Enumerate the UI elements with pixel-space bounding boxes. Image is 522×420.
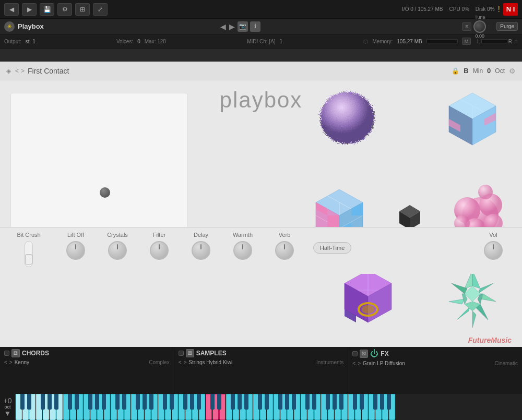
black-key[interactable]: [54, 394, 58, 410]
piano-keyboard[interactable]: +0 oct ▼: [0, 394, 522, 420]
warmth-knob[interactable]: [233, 241, 252, 260]
breadcrumb-settings-icon[interactable]: ⚙: [509, 67, 516, 75]
pan-slider[interactable]: [481, 39, 507, 43]
bit-crush-slider[interactable]: [25, 241, 33, 267]
samples-dice-btn[interactable]: ⚄: [186, 349, 194, 357]
crystals-knob[interactable]: [108, 241, 127, 260]
black-key[interactable]: [360, 394, 364, 410]
half-time-btn[interactable]: Half-Time: [313, 242, 351, 254]
nav-prev-btn[interactable]: ◀: [4, 3, 19, 16]
save-btn[interactable]: 💾: [40, 3, 54, 16]
info-btn[interactable]: ℹ: [250, 21, 260, 32]
black-key[interactable]: [353, 394, 357, 410]
expand-btn[interactable]: ⤢: [93, 3, 108, 16]
purge-btn[interactable]: Purge: [496, 22, 518, 31]
lock-icon[interactable]: 🔒: [452, 67, 459, 75]
chords-nav-next[interactable]: >: [9, 359, 13, 365]
filter-knob[interactable]: [150, 241, 169, 260]
tune-bar-2[interactable]: [488, 27, 489, 28]
camera-btn[interactable]: 📷: [238, 21, 248, 32]
settings-btn[interactable]: ⚙: [57, 3, 72, 16]
pan-expand[interactable]: +: [514, 38, 518, 45]
s-btn[interactable]: S: [462, 22, 471, 31]
black-key[interactable]: [333, 394, 337, 410]
sound-obj-fuzzy[interactable]: [313, 88, 381, 150]
black-key[interactable]: [305, 394, 310, 410]
black-key[interactable]: [170, 394, 174, 410]
vol-knob[interactable]: [484, 241, 503, 260]
key-indicator: 🔒 B Min 0 Oct ⚙: [452, 67, 516, 75]
samples-style: Instruments: [316, 359, 343, 365]
top-bar: ◀ ▶ 💾 ⚙ ⊞ ⤢ I/O 0 / 105.27 MB CPU 0% Dis…: [0, 0, 522, 19]
black-key[interactable]: [197, 394, 201, 410]
fx-dice-btn[interactable]: ⚄: [360, 350, 368, 358]
black-key[interactable]: [41, 394, 45, 410]
samples-power-btn[interactable]: [179, 351, 184, 356]
chords-dice-btn[interactable]: ⚄: [11, 349, 20, 357]
black-key[interactable]: [149, 394, 153, 410]
fx-nav-prev[interactable]: <: [352, 361, 355, 366]
black-key[interactable]: [238, 394, 242, 410]
chords-power-btn[interactable]: [4, 351, 9, 356]
black-key[interactable]: [48, 394, 52, 410]
svg-marker-43: [457, 307, 470, 320]
sound-obj-blue-cube[interactable]: [438, 88, 506, 150]
tune-bar-1[interactable]: [488, 25, 489, 26]
black-key[interactable]: [27, 394, 31, 410]
black-key[interactable]: [265, 394, 269, 410]
black-key[interactable]: [20, 394, 25, 410]
black-key[interactable]: [68, 394, 72, 410]
delay-knob[interactable]: [192, 241, 210, 260]
black-key[interactable]: [143, 394, 147, 410]
breadcrumb-prev[interactable]: <: [15, 67, 19, 75]
black-key[interactable]: [95, 394, 99, 410]
samples-nav-next[interactable]: >: [184, 359, 187, 365]
black-key[interactable]: [163, 394, 167, 410]
ctrl-filter: Filter: [141, 232, 177, 260]
samples-nav-prev[interactable]: <: [179, 359, 182, 365]
black-key[interactable]: [292, 394, 296, 410]
black-key[interactable]: [387, 394, 391, 410]
fx-nav-next[interactable]: >: [358, 361, 361, 366]
sound-obj-teal-star[interactable]: [438, 265, 501, 328]
black-key[interactable]: [217, 394, 221, 410]
black-key[interactable]: [373, 394, 377, 410]
black-key[interactable]: [183, 394, 187, 410]
black-key[interactable]: [122, 394, 126, 410]
tune-knob[interactable]: [473, 20, 486, 33]
inst-nav-next[interactable]: ▶: [229, 22, 235, 31]
black-key[interactable]: [231, 394, 235, 410]
octave-selector[interactable]: +0 oct ▼: [0, 394, 16, 420]
m-btn-sub[interactable]: M: [462, 38, 471, 45]
black-key[interactable]: [190, 394, 194, 410]
fx-power-btn[interactable]: [352, 351, 358, 356]
view-btn[interactable]: ⊞: [75, 3, 90, 16]
black-key[interactable]: [244, 394, 248, 410]
black-key[interactable]: [88, 394, 92, 410]
keys-container[interactable]: [16, 394, 522, 420]
black-key[interactable]: [75, 394, 79, 410]
voices-max: Max: 128: [145, 39, 166, 44]
black-key[interactable]: [380, 394, 384, 410]
memory-label: Memory:: [372, 39, 393, 44]
black-key[interactable]: [278, 394, 282, 410]
black-key[interactable]: [285, 394, 289, 410]
chords-nav-prev[interactable]: <: [4, 359, 7, 365]
oct-down-btn[interactable]: ▼: [4, 410, 11, 417]
breadcrumb-next[interactable]: >: [21, 67, 25, 75]
lift-off-knob[interactable]: [66, 241, 85, 260]
midi-label: MIDI Ch: [A]: [247, 39, 275, 44]
inst-nav-prev[interactable]: ◀: [220, 22, 226, 31]
nav-next-btn[interactable]: ▶: [22, 3, 37, 16]
black-key[interactable]: [258, 394, 262, 410]
black-key[interactable]: [136, 394, 140, 410]
verb-knob[interactable]: [275, 241, 294, 260]
black-key[interactable]: [326, 394, 330, 410]
black-key[interactable]: [339, 394, 343, 410]
black-key[interactable]: [210, 394, 215, 410]
black-key[interactable]: [312, 394, 316, 410]
black-key[interactable]: [115, 394, 120, 410]
black-key[interactable]: [102, 394, 106, 410]
oct-up-btn[interactable]: +0: [4, 397, 12, 404]
verb-label: Verb: [279, 232, 291, 238]
